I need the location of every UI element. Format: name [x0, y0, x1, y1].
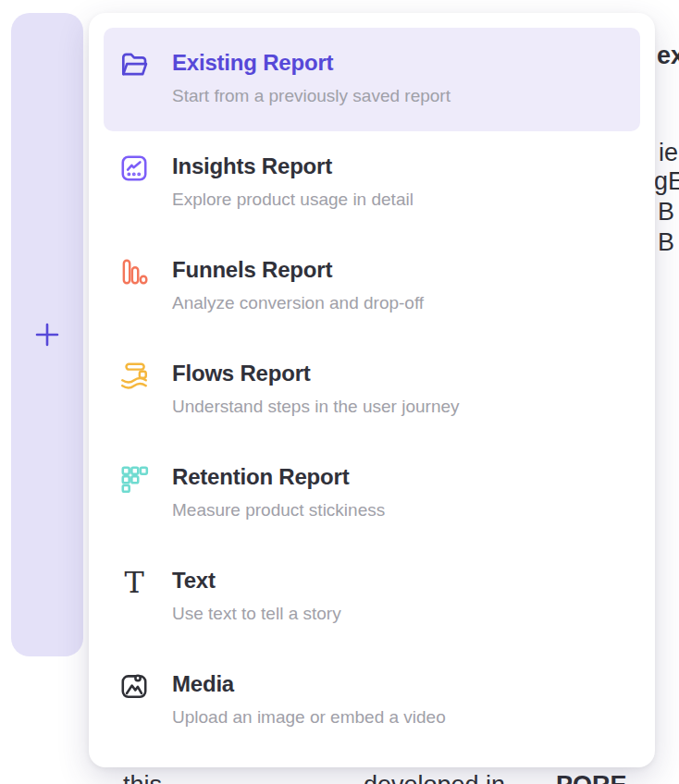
- menu-item-subtitle: Analyze conversion and drop-off: [172, 292, 424, 314]
- background-text-fragment: developed in: [364, 771, 505, 784]
- menu-item-flows-report[interactable]: Flows Report Understand steps in the use…: [104, 338, 640, 442]
- menu-item-media[interactable]: Media Upload an image or embed a video: [104, 649, 640, 753]
- media-image-icon: [118, 670, 150, 702]
- menu-item-title: Flows Report: [172, 360, 460, 387]
- menu-item-title: Insights Report: [172, 153, 414, 180]
- menu-item-text[interactable]: T Text Use text to tell a story: [104, 545, 640, 649]
- background-text-fragment: B: [658, 198, 674, 226]
- funnel-bars-icon: [118, 256, 150, 288]
- background-text-fragment: ie: [659, 139, 678, 166]
- background-text-fragment: PORE: [556, 771, 627, 784]
- menu-item-subtitle: Understand steps in the user journey: [172, 396, 460, 418]
- menu-item-retention-report[interactable]: Retention Report Measure product stickin…: [104, 442, 640, 545]
- add-item-button[interactable]: [31, 319, 63, 350]
- add-report-menu: Existing Report Start from a previously …: [89, 13, 655, 767]
- menu-item-subtitle: Upload an image or embed a video: [172, 706, 446, 729]
- retention-grid-icon: [118, 463, 150, 495]
- menu-item-list: Existing Report Start from a previously …: [104, 28, 640, 753]
- menu-item-subtitle: Start from a previously saved report: [172, 85, 451, 107]
- menu-item-subtitle: Measure product stickiness: [172, 499, 385, 521]
- side-rail: [11, 13, 83, 656]
- background-text-fragment: gE: [654, 167, 679, 195]
- menu-item-title: Text: [172, 567, 341, 594]
- menu-item-subtitle: Use text to tell a story: [172, 603, 341, 625]
- background-text-fragment: this: [123, 771, 162, 784]
- menu-item-subtitle: Explore product usage in detail: [172, 189, 414, 211]
- insights-chart-icon: [118, 153, 150, 184]
- menu-item-insights-report[interactable]: Insights Report Explore product usage in…: [104, 131, 640, 235]
- folder-open-icon: [118, 49, 150, 80]
- menu-item-title: Existing Report: [172, 49, 451, 77]
- menu-item-title: Retention Report: [172, 463, 385, 491]
- menu-item-title: Funnels Report: [172, 256, 424, 284]
- background-text-fragment: ex: [657, 42, 679, 69]
- menu-item-existing-report[interactable]: Existing Report Start from a previously …: [104, 28, 640, 131]
- svg-text:T: T: [124, 567, 143, 598]
- menu-item-funnels-report[interactable]: Funnels Report Analyze conversion and dr…: [104, 235, 640, 338]
- menu-item-title: Media: [172, 670, 446, 698]
- plus-icon: [33, 321, 61, 349]
- background-text-fragment: B: [658, 228, 674, 256]
- text-icon: T: [118, 567, 150, 598]
- flows-wave-icon: [118, 360, 150, 391]
